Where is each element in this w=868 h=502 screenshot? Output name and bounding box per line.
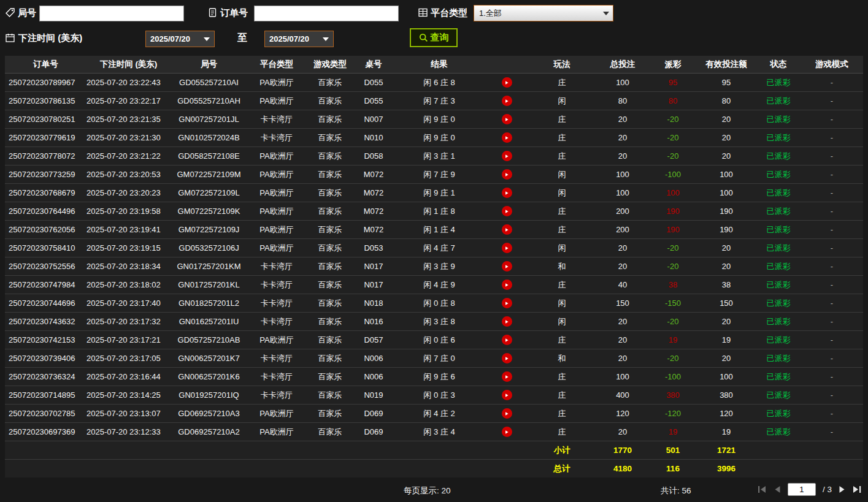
cell-status: 已派彩 (756, 151, 801, 162)
col-header-status: 状态 (756, 59, 801, 70)
cell-order-no: 250720230758410 (5, 243, 86, 253)
cell-total-bet: 40 (596, 280, 650, 289)
cell-result: 闲 9 庄 6 (393, 371, 485, 382)
cell-game-type: 百家乐 (306, 132, 354, 143)
cell-total-bet: 150 (596, 299, 650, 308)
grand-total-total-bet: 4180 (596, 464, 650, 473)
cell-status: 已派彩 (756, 114, 801, 125)
cell-result: 闲 3 庄 8 (393, 316, 485, 327)
cell-game-mode: - (801, 317, 863, 326)
cell-payout: -20 (650, 243, 696, 253)
cell-round-no: GD069257210A2 (171, 427, 247, 436)
cell-payout: 19 (650, 427, 696, 436)
cell-replay (485, 114, 528, 124)
replay-play-icon[interactable] (502, 96, 512, 106)
replay-play-icon[interactable] (502, 206, 512, 216)
cell-play: 闲 (528, 316, 596, 327)
subtotal-payout: 501 (650, 446, 696, 455)
table-row: 250720230768679 2025-07-20 23:20:23 GM07… (5, 184, 863, 202)
first-page-button[interactable] (758, 485, 767, 493)
cell-result: 闲 0 庄 6 (393, 335, 485, 346)
order-no-input[interactable] (254, 6, 399, 21)
cell-payout: 80 (650, 96, 696, 105)
cell-valid-bet: 150 (696, 299, 756, 308)
cell-table-no: D069 (354, 409, 393, 418)
cell-status: 已派彩 (756, 77, 801, 88)
cell-game-mode: - (801, 115, 863, 124)
pagination: / 3 (758, 483, 862, 496)
cell-replay (485, 316, 528, 327)
subtotal-total-bet: 1770 (596, 446, 650, 455)
replay-play-icon[interactable] (502, 353, 512, 363)
cell-total-bet: 100 (596, 78, 650, 87)
cell-status: 已派彩 (756, 280, 801, 291)
cell-replay (485, 96, 528, 106)
replay-play-icon[interactable] (502, 316, 512, 327)
cell-bet-time: 2025-07-20 23:17:40 (86, 299, 171, 308)
cell-play: 闲 (528, 188, 596, 199)
replay-play-icon[interactable] (502, 298, 512, 308)
replay-play-icon[interactable] (502, 371, 512, 382)
cell-order-no: 250720230752556 (5, 262, 86, 271)
last-page-button[interactable] (853, 485, 862, 493)
cell-platform: PA欧洲厅 (247, 188, 306, 199)
cell-game-type: 百家乐 (306, 96, 354, 107)
cell-game-mode: - (801, 96, 863, 105)
cell-platform: 卡卡湾厅 (247, 390, 306, 401)
replay-play-icon[interactable] (502, 408, 512, 419)
chevron-down-icon (603, 12, 609, 15)
cell-status: 已派彩 (756, 298, 801, 309)
cell-table-no: N006 (354, 354, 393, 363)
replay-play-icon[interactable] (502, 132, 512, 143)
table-header-row: 订单号 下注时间 (美东) 局号 平台类型 游戏类型 桌号 结果 玩法 总投注 … (5, 56, 863, 74)
cell-replay (485, 132, 528, 143)
cell-order-no: 250720230764496 (5, 207, 86, 216)
replay-play-icon[interactable] (502, 261, 512, 272)
per-page-label: 每页显示: 20 (404, 485, 451, 496)
table-row: 250720230744696 2025-07-20 23:17:40 GN01… (5, 294, 863, 313)
date-to-picker[interactable]: 2025/07/20 (264, 31, 334, 47)
cell-game-type: 百家乐 (306, 151, 354, 162)
round-no-input[interactable] (39, 6, 184, 21)
cell-total-bet: 20 (596, 243, 650, 253)
cell-game-type: 百家乐 (306, 390, 354, 401)
prev-page-button[interactable] (774, 485, 781, 493)
col-header-round-no: 局号 (171, 59, 247, 70)
cell-result: 闲 9 庄 0 (393, 132, 485, 143)
cell-platform: PA欧洲厅 (247, 224, 306, 235)
cell-play: 庄 (528, 77, 596, 88)
replay-play-icon[interactable] (502, 427, 512, 437)
cell-game-mode: - (801, 243, 863, 253)
platform-type-select[interactable]: 1.全部 (474, 5, 613, 21)
cell-status: 已派彩 (756, 224, 801, 235)
date-from-picker[interactable]: 2025/07/20 (145, 31, 215, 47)
cell-game-type: 百家乐 (306, 427, 354, 438)
table-row: 250720230702785 2025-07-20 23:13:07 GD06… (5, 405, 863, 423)
next-page-button[interactable] (839, 485, 846, 493)
cell-result: 闲 3 庄 1 (393, 151, 485, 162)
replay-play-icon[interactable] (502, 114, 512, 124)
cell-game-type: 百家乐 (306, 316, 354, 327)
replay-play-icon[interactable] (502, 335, 512, 345)
replay-play-icon[interactable] (502, 390, 512, 400)
subtotal-valid-bet: 1721 (696, 446, 756, 455)
cell-bet-time: 2025-07-20 23:12:33 (86, 427, 171, 436)
cell-platform: 卡卡湾厅 (247, 280, 306, 291)
page-number-input[interactable] (788, 483, 816, 496)
cell-replay (485, 243, 528, 253)
replay-play-icon[interactable] (502, 169, 512, 180)
replay-play-icon[interactable] (502, 243, 512, 253)
cell-valid-bet: 80 (696, 96, 756, 105)
replay-play-icon[interactable] (502, 77, 512, 88)
replay-play-icon[interactable] (502, 151, 512, 161)
replay-play-icon[interactable] (502, 280, 512, 290)
query-button[interactable]: 查询 (410, 28, 458, 47)
cell-status: 已派彩 (756, 96, 801, 107)
cell-game-type: 百家乐 (306, 408, 354, 419)
cell-bet-time: 2025-07-20 23:19:15 (86, 243, 171, 253)
replay-play-icon[interactable] (502, 224, 512, 235)
platform-type-label: 平台类型 (431, 7, 467, 19)
cell-order-no: 250720230747984 (5, 280, 86, 289)
cell-round-no: GM0722572109M (171, 170, 247, 179)
replay-play-icon[interactable] (502, 188, 512, 198)
